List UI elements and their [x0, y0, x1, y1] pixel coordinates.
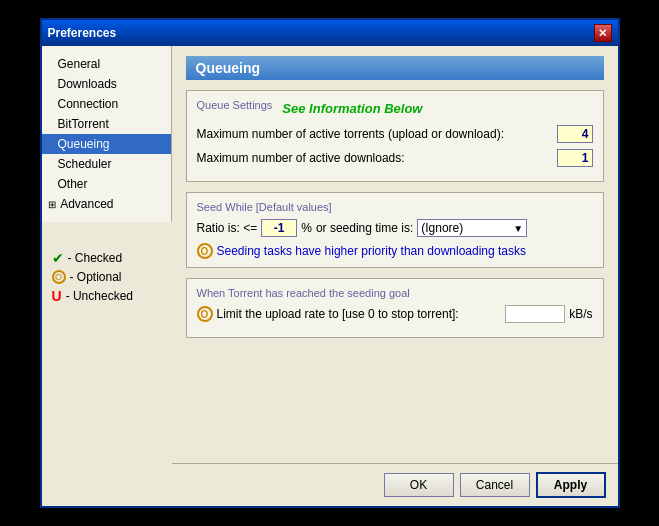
- max-downloads-label: Maximum number of active downloads:: [197, 151, 557, 165]
- expand-icon: ⊞: [48, 199, 58, 210]
- content-title: Queueing: [186, 56, 604, 80]
- legend-checked-label: - Checked: [68, 251, 123, 265]
- sidebar-item-general[interactable]: General: [42, 54, 171, 74]
- dropdown-arrow-icon: ▼: [513, 223, 523, 234]
- title-bar: Preferences ✕: [42, 20, 618, 46]
- or-seeding-label: or seeding time is:: [316, 221, 413, 235]
- max-active-row: Maximum number of active torrents (uploa…: [197, 125, 593, 143]
- seed-section-label: Seed While [Default values]: [197, 201, 593, 213]
- max-active-label: Maximum number of active torrents (uploa…: [197, 127, 557, 141]
- optional-icon: O: [197, 243, 213, 259]
- torrent-goal-label: When Torrent has reached the seeding goa…: [197, 287, 593, 299]
- optional-icon-2: O: [197, 306, 213, 322]
- sidebar-item-queueing[interactable]: Queueing: [42, 134, 171, 154]
- kbs-label: kB/s: [569, 307, 592, 321]
- ratio-input[interactable]: [261, 219, 297, 237]
- limit-upload-input[interactable]: [505, 305, 565, 323]
- sidebar-item-scheduler[interactable]: Scheduler: [42, 154, 171, 174]
- ratio-percent: %: [301, 221, 312, 235]
- queue-settings-section: Queue Settings See Information Below Max…: [186, 90, 604, 182]
- max-downloads-input[interactable]: [557, 149, 593, 167]
- footer: OK Cancel Apply: [172, 463, 618, 506]
- optional-legend-icon: O: [52, 270, 66, 284]
- max-downloads-row: Maximum number of active downloads:: [197, 149, 593, 167]
- sidebar-item-bittorrent[interactable]: BitTorrent: [42, 114, 171, 134]
- legend-unchecked-label: - Unchecked: [66, 289, 133, 303]
- preferences-window: Preferences ✕ General Downloads Connecti…: [40, 18, 620, 508]
- legend-optional: O - Optional: [52, 270, 162, 284]
- sidebar-item-downloads[interactable]: Downloads: [42, 74, 171, 94]
- legend: ✔ - Checked O - Optional U - Unchecked: [42, 242, 172, 316]
- torrent-goal-section: When Torrent has reached the seeding goa…: [186, 278, 604, 338]
- apply-button[interactable]: Apply: [536, 472, 606, 498]
- limit-upload-row: O Limit the upload rate to [use 0 to sto…: [197, 305, 593, 323]
- content-area: Queueing Queue Settings See Information …: [172, 46, 618, 463]
- sidebar-item-connection[interactable]: Connection: [42, 94, 171, 114]
- seeding-priority-row: O Seeding tasks have higher priority tha…: [197, 243, 593, 259]
- cancel-button[interactable]: Cancel: [460, 473, 530, 497]
- ratio-label: Ratio is: <=: [197, 221, 258, 235]
- window-title: Preferences: [48, 26, 117, 40]
- limit-upload-label: Limit the upload rate to [use 0 to stop …: [217, 307, 506, 321]
- seed-section: Seed While [Default values] Ratio is: <=…: [186, 192, 604, 268]
- seeding-dropdown[interactable]: (Ignore) ▼: [417, 219, 527, 237]
- queue-settings-header: Queue Settings See Information Below: [197, 99, 593, 117]
- max-active-input[interactable]: [557, 125, 593, 143]
- main-area: Queueing Queue Settings See Information …: [172, 46, 618, 506]
- see-info-text: See Information Below: [282, 101, 422, 116]
- seeding-dropdown-value: (Ignore): [421, 221, 463, 235]
- sidebar-item-other[interactable]: Other: [42, 174, 171, 194]
- legend-checked: ✔ - Checked: [52, 250, 162, 266]
- legend-unchecked: U - Unchecked: [52, 288, 162, 304]
- checked-icon: ✔: [52, 250, 64, 266]
- close-button[interactable]: ✕: [594, 24, 612, 42]
- ratio-row: Ratio is: <= % or seeding time is: (Igno…: [197, 219, 593, 237]
- window-body: General Downloads Connection BitTorrent …: [42, 46, 618, 506]
- sidebar: General Downloads Connection BitTorrent …: [42, 46, 172, 506]
- queue-settings-label: Queue Settings: [197, 99, 273, 111]
- ok-button[interactable]: OK: [384, 473, 454, 497]
- sidebar-item-advanced[interactable]: ⊞ Advanced: [42, 194, 171, 214]
- seeding-priority-text: Seeding tasks have higher priority than …: [217, 244, 527, 258]
- legend-optional-label: - Optional: [70, 270, 122, 284]
- sidebar-nav: General Downloads Connection BitTorrent …: [42, 46, 172, 222]
- unchecked-icon: U: [52, 288, 62, 304]
